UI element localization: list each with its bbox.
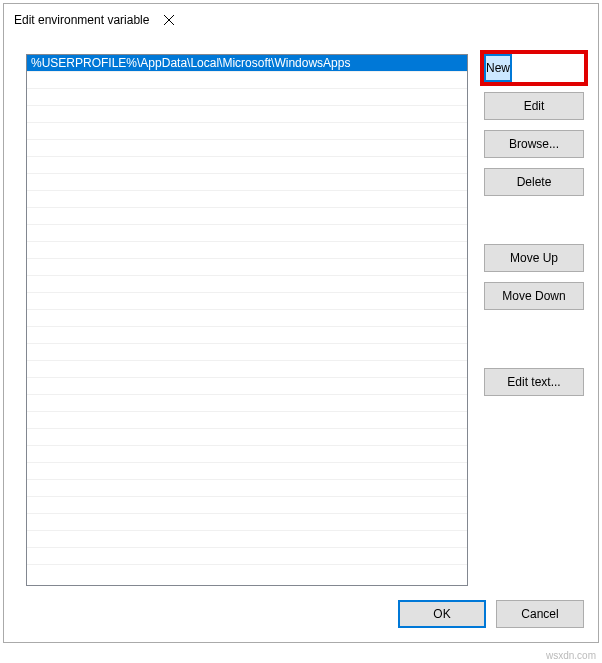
close-icon	[164, 15, 174, 25]
list-item[interactable]	[27, 531, 467, 548]
list-item[interactable]	[27, 208, 467, 225]
list-item[interactable]	[27, 514, 467, 531]
browse-button[interactable]: Browse...	[484, 130, 584, 158]
edit-env-dialog: Edit environment variable %USERPROFILE%\…	[3, 3, 599, 643]
edit-text-button[interactable]: Edit text...	[484, 368, 584, 396]
list-item[interactable]	[27, 276, 467, 293]
delete-button[interactable]: Delete	[484, 168, 584, 196]
list-item[interactable]	[27, 174, 467, 191]
list-item[interactable]	[27, 191, 467, 208]
list-item[interactable]	[27, 361, 467, 378]
list-item[interactable]	[27, 293, 467, 310]
dialog-title: Edit environment variable	[14, 13, 149, 27]
list-item[interactable]	[27, 395, 467, 412]
spacer	[484, 206, 584, 244]
list-item[interactable]	[27, 378, 467, 395]
close-button[interactable]	[149, 6, 189, 34]
list-item[interactable]	[27, 344, 467, 361]
list-item[interactable]	[27, 429, 467, 446]
edit-button[interactable]: Edit	[484, 92, 584, 120]
list-item[interactable]	[27, 463, 467, 480]
titlebar: Edit environment variable	[4, 4, 598, 36]
move-down-button[interactable]: Move Down	[484, 282, 584, 310]
watermark: wsxdn.com	[546, 650, 596, 661]
dialog-footer: OK Cancel	[4, 586, 598, 642]
list-item[interactable]	[27, 140, 467, 157]
list-item[interactable]	[27, 327, 467, 344]
ok-button[interactable]: OK	[398, 600, 486, 628]
list-item[interactable]	[27, 497, 467, 514]
list-item[interactable]	[27, 106, 467, 123]
dialog-body: %USERPROFILE%\AppData\Local\Microsoft\Wi…	[4, 36, 598, 586]
list-item[interactable]	[27, 72, 467, 89]
list-item[interactable]	[27, 259, 467, 276]
list-item[interactable]	[27, 548, 467, 565]
side-button-column: New Edit Browse... Delete Move Up Move D…	[484, 54, 584, 586]
list-item[interactable]	[27, 123, 467, 140]
path-listbox[interactable]: %USERPROFILE%\AppData\Local\Microsoft\Wi…	[26, 54, 468, 586]
new-button[interactable]: New	[484, 54, 512, 82]
cancel-button[interactable]: Cancel	[496, 600, 584, 628]
list-item[interactable]	[27, 310, 467, 327]
list-item[interactable]	[27, 412, 467, 429]
move-up-button[interactable]: Move Up	[484, 244, 584, 272]
list-item[interactable]	[27, 480, 467, 497]
highlight-box: New	[480, 50, 588, 86]
list-item[interactable]	[27, 225, 467, 242]
list-item[interactable]	[27, 157, 467, 174]
list-item[interactable]: %USERPROFILE%\AppData\Local\Microsoft\Wi…	[27, 55, 467, 72]
list-item[interactable]	[27, 89, 467, 106]
list-item[interactable]	[27, 242, 467, 259]
spacer	[484, 320, 584, 368]
list-item[interactable]	[27, 446, 467, 463]
